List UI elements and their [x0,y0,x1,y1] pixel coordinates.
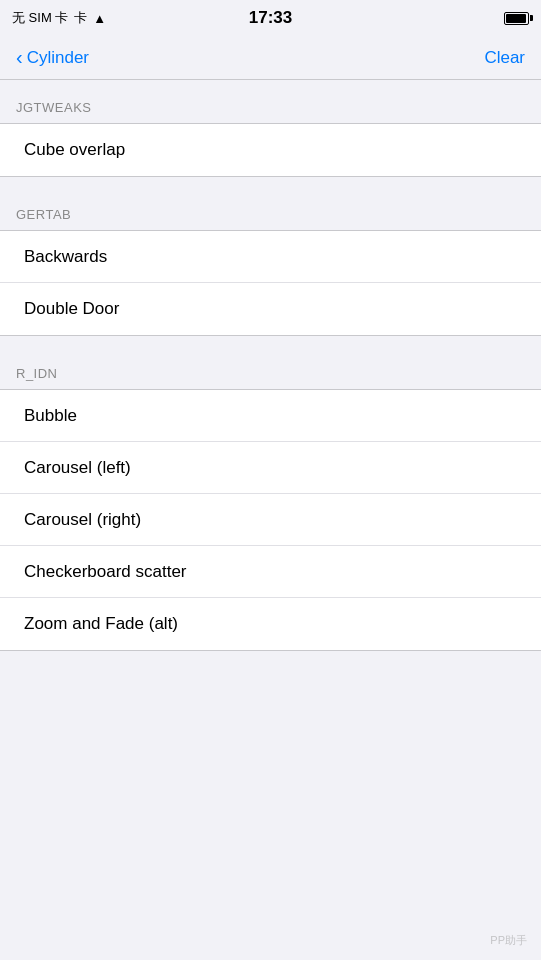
status-bar: 无 SIM 卡 卡 ▲ 17:33 [0,0,541,36]
list-item-label: Backwards [24,247,107,267]
clear-button[interactable]: Clear [484,48,525,68]
list-item-label: Checkerboard scatter [24,562,187,582]
list-item-label: Carousel (right) [24,510,141,530]
list-item-label: Cube overlap [24,140,125,160]
list-item[interactable]: Bubble [0,390,541,442]
battery-icon [504,12,529,25]
list-item[interactable]: Cube overlap [0,124,541,176]
list-container: JGTWEAKSCube overlapGERTABBackwardsDoubl… [0,80,541,960]
back-button[interactable]: ‹ Cylinder [16,48,89,68]
section-header-gertab: GERTAB [0,187,541,230]
list-item[interactable]: Carousel (left) [0,442,541,494]
list-item[interactable]: Carousel (right) [0,494,541,546]
section-header-r_idn: R_IDN [0,346,541,389]
section-gap [0,336,541,346]
nav-bar: ‹ Cylinder Clear [0,36,541,80]
status-right [504,12,529,25]
sim-icon: 卡 [74,9,87,27]
back-label: Cylinder [27,48,89,68]
section-gap [0,177,541,187]
watermark: PP助手 [490,933,527,948]
back-chevron-icon: ‹ [16,47,23,67]
list-item-label: Bubble [24,406,77,426]
wifi-icon: ▲ [93,11,106,26]
list-item[interactable]: Backwards [0,231,541,283]
section-body-r_idn: BubbleCarousel (left)Carousel (right)Che… [0,389,541,651]
section-body-jgtweaks: Cube overlap [0,123,541,177]
list-item-label: Zoom and Fade (alt) [24,614,178,634]
list-item[interactable]: Checkerboard scatter [0,546,541,598]
status-time: 17:33 [249,8,292,28]
section-body-gertab: BackwardsDouble Door [0,230,541,336]
section-header-jgtweaks: JGTWEAKS [0,80,541,123]
status-left: 无 SIM 卡 卡 ▲ [12,9,106,27]
list-item[interactable]: Zoom and Fade (alt) [0,598,541,650]
list-item-label: Double Door [24,299,119,319]
list-item-label: Carousel (left) [24,458,131,478]
carrier-text: 无 SIM 卡 [12,9,68,27]
list-item[interactable]: Double Door [0,283,541,335]
